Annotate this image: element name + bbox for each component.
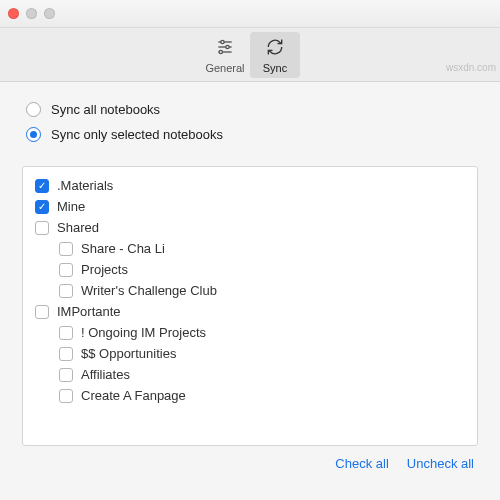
sync-all-option[interactable]: Sync all notebooks [26,102,478,117]
checkbox-icon[interactable] [35,179,49,193]
window-controls [8,8,55,19]
notebook-label: Writer's Challenge Club [81,283,217,298]
notebook-label: $$ Opportunities [81,346,176,361]
notebook-item[interactable]: Writer's Challenge Club [29,280,471,301]
notebook-item[interactable]: $$ Opportunities [29,343,471,364]
notebook-label: Projects [81,262,128,277]
checkbox-icon[interactable] [59,368,73,382]
notebook-item[interactable]: Share - Cha Li [29,238,471,259]
notebook-item[interactable]: Affiliates [29,364,471,385]
preferences-toolbar: General Sync [0,28,500,82]
checkbox-icon[interactable] [59,389,73,403]
notebook-item[interactable]: Create A Fanpage [29,385,471,406]
notebook-label: Share - Cha Li [81,241,165,256]
checkbox-icon[interactable] [59,284,73,298]
checkbox-icon[interactable] [35,221,49,235]
minimize-window-button[interactable] [26,8,37,19]
checkbox-icon[interactable] [35,305,49,319]
window-titlebar [0,0,500,28]
radio-label: Sync only selected notebooks [51,127,223,142]
radio-icon [26,102,41,117]
sync-icon [265,37,285,59]
sync-scope-group: Sync all notebooks Sync only selected no… [26,102,478,152]
checkbox-icon[interactable] [59,242,73,256]
sync-pane: Sync all notebooks Sync only selected no… [0,82,500,500]
sliders-icon [215,37,235,59]
svg-point-3 [221,40,224,43]
checkbox-icon[interactable] [59,263,73,277]
notebook-item[interactable]: Projects [29,259,471,280]
notebook-label: Create A Fanpage [81,388,186,403]
checkbox-icon[interactable] [59,326,73,340]
notebook-label: ! Ongoing IM Projects [81,325,206,340]
notebook-list[interactable]: .MaterialsMineSharedShare - Cha LiProjec… [22,166,478,446]
radio-label: Sync all notebooks [51,102,160,117]
notebook-label: .Materials [57,178,113,193]
notebook-item[interactable]: .Materials [29,175,471,196]
radio-icon [26,127,41,142]
checkbox-icon[interactable] [59,347,73,361]
tab-label: General [205,62,244,74]
tab-general[interactable]: General [200,32,250,78]
svg-point-4 [226,45,229,48]
svg-point-5 [219,50,222,53]
watermark: wsxdn.com [446,62,496,73]
tab-label: Sync [263,62,287,74]
notebook-label: Mine [57,199,85,214]
check-all-button[interactable]: Check all [335,456,388,471]
checkbox-icon[interactable] [35,200,49,214]
bulk-actions: Check all Uncheck all [22,446,478,473]
notebook-label: Shared [57,220,99,235]
close-window-button[interactable] [8,8,19,19]
zoom-window-button[interactable] [44,8,55,19]
notebook-label: IMPortante [57,304,121,319]
uncheck-all-button[interactable]: Uncheck all [407,456,474,471]
notebook-item[interactable]: Shared [29,217,471,238]
notebook-label: Affiliates [81,367,130,382]
notebook-item[interactable]: Mine [29,196,471,217]
tab-sync[interactable]: Sync [250,32,300,78]
sync-selected-option[interactable]: Sync only selected notebooks [26,127,478,142]
notebook-item[interactable]: ! Ongoing IM Projects [29,322,471,343]
notebook-item[interactable]: IMPortante [29,301,471,322]
